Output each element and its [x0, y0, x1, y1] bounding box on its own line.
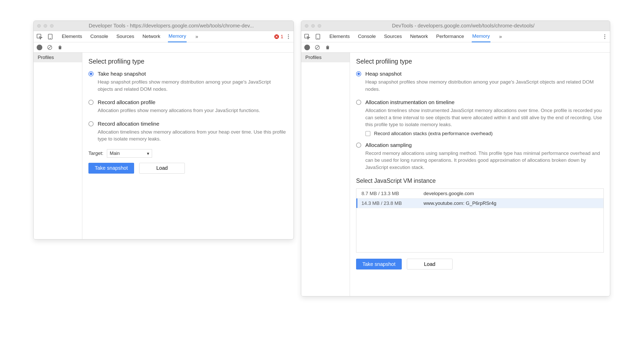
radio-icon[interactable] — [356, 100, 361, 105]
vm-row[interactable]: 14.3 MB / 23.8 MB www.youtube.com: G_P6r… — [356, 198, 603, 208]
tab-network[interactable]: Network — [142, 31, 161, 42]
titlebar: DevTools - developers.google.com/web/too… — [301, 21, 610, 31]
close-dot[interactable] — [305, 24, 308, 28]
window-title: DevTools - developers.google.com/web/too… — [328, 23, 606, 29]
tab-sources[interactable]: Sources — [116, 31, 135, 42]
zoom-dot[interactable] — [318, 24, 321, 28]
minimize-dot[interactable] — [311, 24, 315, 28]
option-title: Take heap snapshot — [98, 71, 287, 77]
devtools-window-left: Developer Tools - https://developers.goo… — [33, 21, 294, 239]
sidebar-item-label: Profiles — [38, 55, 54, 60]
option-desc: Record memory allocations using sampling… — [365, 150, 604, 171]
panel-body: Profiles Select profiling type Take heap… — [34, 53, 294, 239]
vm-memory: 14.3 MB / 23.8 MB — [361, 200, 413, 206]
action-buttons: Take snapshot Load — [356, 259, 604, 269]
option-title: Record allocation profile — [98, 99, 260, 105]
tab-memory[interactable]: Memory — [472, 31, 490, 42]
radio-icon[interactable] — [356, 143, 361, 148]
vm-section: Select JavaScript VM instance 8.7 MB / 1… — [356, 177, 604, 253]
device-toggle-icon[interactable] — [315, 33, 321, 40]
option-desc: Allocation profiles show memory allocati… — [98, 107, 260, 114]
load-button[interactable]: Load — [139, 163, 185, 174]
titlebar: Developer Tools - https://developers.goo… — [34, 21, 294, 31]
device-toggle-icon[interactable] — [47, 33, 54, 40]
target-label: Target: — [88, 151, 103, 156]
option-desc: Allocation timelines show instrumented J… — [365, 107, 604, 128]
memory-toolbar — [301, 42, 610, 53]
tab-console[interactable]: Console — [357, 31, 376, 42]
memory-main: Select profiling type Heap snapshot Heap… — [350, 53, 610, 296]
tab-elements[interactable]: Elements — [329, 31, 350, 42]
target-row: Target: Main — [88, 149, 287, 158]
tab-elements[interactable]: Elements — [61, 31, 83, 42]
error-count-value: 1 — [280, 34, 283, 39]
option-allocation-profile[interactable]: Record allocation profile Allocation pro… — [88, 99, 287, 114]
more-menu-icon[interactable] — [602, 34, 607, 39]
action-buttons: Take snapshot Load — [88, 163, 287, 174]
radio-icon[interactable] — [88, 71, 94, 76]
minimize-dot[interactable] — [44, 24, 47, 28]
vm-heading: Select JavaScript VM instance — [356, 177, 604, 184]
take-snapshot-button[interactable]: Take snapshot — [88, 163, 134, 174]
svg-rect-0 — [37, 34, 41, 38]
error-count[interactable]: ✕ 1 — [274, 34, 283, 39]
option-title: Allocation instrumentation on timeline — [365, 99, 604, 105]
profiling-type-heading: Select profiling type — [356, 58, 604, 65]
vm-name: www.youtube.com: G_P6rpRSr4g — [424, 200, 496, 206]
record-icon[interactable] — [304, 45, 310, 50]
zoom-dot[interactable] — [50, 24, 54, 28]
sidebar: Profiles — [34, 53, 82, 239]
panel-tabs: Elements Console Sources Network Memory … — [61, 31, 200, 42]
panel-tabs: Elements Console Sources Network Perform… — [329, 31, 504, 42]
trash-icon[interactable] — [57, 45, 63, 50]
radio-icon[interactable] — [88, 100, 94, 105]
trash-icon[interactable] — [325, 45, 330, 50]
vm-memory: 8.7 MB / 13.3 MB — [361, 191, 413, 196]
devtools-window-right: DevTools - developers.google.com/web/too… — [301, 21, 610, 296]
option-allocation-sampling[interactable]: Allocation sampling Record memory alloca… — [356, 142, 604, 171]
option-allocation-instrumentation[interactable]: Allocation instrumentation on timeline A… — [356, 99, 604, 128]
panel-tabs-row: Elements Console Sources Network Memory … — [34, 31, 294, 42]
sidebar-item-profiles[interactable]: Profiles — [301, 53, 350, 62]
more-tabs-chevron-icon[interactable]: » — [194, 34, 200, 39]
radio-icon[interactable] — [356, 71, 361, 76]
option-desc: Heap snapshot profiles show memory distr… — [98, 78, 287, 93]
clear-icon[interactable] — [315, 45, 320, 50]
suboption-record-stacks[interactable]: Record allocation stacks (extra performa… — [365, 131, 604, 136]
vm-row[interactable]: 8.7 MB / 13.3 MB developers.google.com — [356, 189, 603, 198]
option-title: Record allocation timeline — [98, 121, 287, 127]
load-button[interactable]: Load — [407, 259, 452, 269]
sidebar-item-label: Profiles — [305, 55, 321, 60]
target-select[interactable]: Main — [107, 149, 152, 158]
radio-icon[interactable] — [88, 121, 94, 126]
memory-main: Select profiling type Take heap snapshot… — [82, 53, 294, 239]
panel-tabs-row: Elements Console Sources Network Perform… — [301, 31, 610, 42]
option-desc: Allocation timelines show memory allocat… — [98, 128, 287, 143]
take-snapshot-button[interactable]: Take snapshot — [356, 259, 402, 269]
vm-list: 8.7 MB / 13.3 MB developers.google.com 1… — [356, 188, 604, 253]
close-dot[interactable] — [37, 24, 41, 28]
tab-performance[interactable]: Performance — [436, 31, 465, 42]
tab-network[interactable]: Network — [410, 31, 429, 42]
inspect-icon[interactable] — [304, 33, 310, 40]
tab-console[interactable]: Console — [90, 31, 109, 42]
traffic-lights — [305, 24, 321, 28]
tab-sources[interactable]: Sources — [384, 31, 402, 42]
option-heap-snapshot[interactable]: Heap snapshot Heap snapshot profiles sho… — [356, 71, 604, 93]
inspect-icon[interactable] — [36, 33, 43, 40]
option-allocation-timeline[interactable]: Record allocation timeline Allocation ti… — [88, 121, 287, 143]
more-tabs-chevron-icon[interactable]: » — [498, 34, 504, 39]
panel-body: Profiles Select profiling type Heap snap… — [301, 53, 610, 296]
sidebar-item-profiles[interactable]: Profiles — [34, 53, 82, 62]
option-heap-snapshot[interactable]: Take heap snapshot Heap snapshot profile… — [88, 71, 287, 93]
record-icon[interactable] — [37, 45, 42, 50]
error-badge-icon: ✕ — [274, 34, 279, 39]
more-menu-icon[interactable] — [286, 34, 291, 39]
profiling-type-heading: Select profiling type — [88, 58, 287, 65]
clear-icon[interactable] — [47, 45, 53, 50]
checkbox-icon[interactable] — [365, 131, 370, 136]
option-title: Heap snapshot — [365, 71, 604, 77]
option-desc: Heap snapshot profiles show memory distr… — [365, 78, 604, 93]
target-value: Main — [110, 151, 120, 156]
tab-memory[interactable]: Memory — [168, 31, 187, 42]
